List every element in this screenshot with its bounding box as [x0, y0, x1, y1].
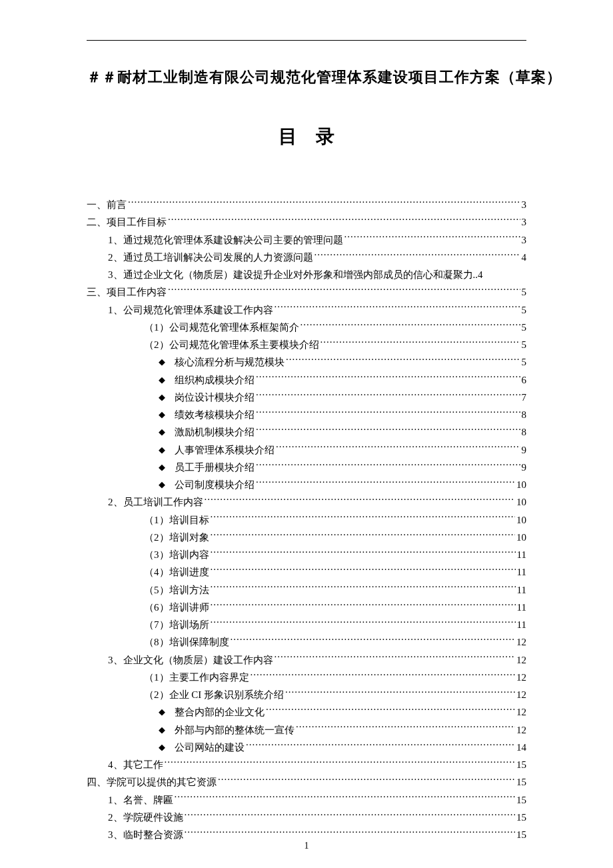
- toc-entry-page: 11: [517, 563, 526, 581]
- toc-leader: [185, 828, 516, 838]
- toc-leader: [275, 303, 520, 313]
- toc-entry: 公司网站的建设14: [87, 739, 526, 756]
- toc-entry: 人事管理体系模块介绍9: [87, 441, 526, 459]
- toc-entry: 二、项目工作目标3: [87, 213, 526, 231]
- toc-entry-label: 1、公司规范化管理体系建设工作内容: [108, 301, 273, 319]
- toc-entry-label: （1）主要工作内容界定: [144, 669, 249, 686]
- toc-leader: [344, 233, 520, 243]
- toc-entry-label: 2、学院硬件设施: [108, 809, 183, 826]
- toc-entry-page: 5: [522, 301, 527, 319]
- toc-entry: （5）培训方法11: [87, 581, 526, 599]
- toc-leader: [185, 811, 516, 821]
- toc-entry-label: 公司网站的建设: [171, 739, 245, 756]
- toc-entry-label: （3）培训内容: [144, 546, 209, 563]
- toc-leader: [211, 548, 516, 558]
- toc-leader: [211, 601, 516, 611]
- toc-leader: [211, 583, 516, 593]
- toc-entry-label: 1、通过规范化管理体系建设解决公司主要的管理问题: [108, 231, 343, 249]
- diamond-bullet-icon: [159, 460, 171, 475]
- toc-entry: 员工手册模块介绍9: [87, 459, 526, 476]
- toc-leader: [320, 338, 520, 348]
- toc-entry-label: （4）培训进度: [144, 563, 209, 581]
- toc-entry-label: （2）企业 CI 形象识别系统介绍: [144, 686, 284, 703]
- toc-entry-page: 15: [516, 809, 526, 826]
- toc-entry-label: （8）培训保障制度: [144, 633, 229, 651]
- toc-entry-page: 8: [522, 406, 527, 423]
- toc-entry-label: 绩效考核模块介绍: [171, 406, 255, 423]
- toc-entry: 四、学院可以提供的其它资源15: [87, 773, 526, 791]
- doc-title: ＃＃耐材工业制造有限公司规范化管理体系建设项目工作方案（草案）: [87, 67, 526, 87]
- toc-entry-label: 二、项目工作目标: [87, 213, 167, 231]
- toc-leader: [211, 531, 516, 541]
- toc-entry-label: 激励机制模块介绍: [171, 423, 255, 441]
- toc-entry-label: （7）培训场所: [144, 616, 209, 633]
- toc-entry-page: 15: [516, 791, 526, 809]
- diamond-bullet-icon: [159, 477, 171, 493]
- toc-leader: [128, 198, 520, 208]
- toc-entry: 核心流程分析与规范模块5: [87, 353, 526, 371]
- toc-entry-page: 10: [516, 493, 526, 511]
- toc-entry-page: 5: [522, 283, 527, 301]
- toc-entry-label: 组织构成模块介绍: [171, 371, 255, 389]
- toc-entry-label: 3、通过企业文化（物质层）建设提升企业对外形象和增强内部成员的信心和凝聚力: [108, 266, 473, 283]
- toc-leader: [231, 635, 516, 645]
- toc-entry: 2、通过员工培训解决公司发展的人力资源问题4: [87, 249, 526, 266]
- toc-leader: [314, 251, 520, 261]
- toc-entry: 2、员工培训工作内容10: [87, 493, 526, 511]
- toc-entry-label: 岗位设计模块介绍: [171, 389, 255, 406]
- toc-entry-page: 12: [516, 686, 526, 703]
- toc-entry-page: 10: [516, 529, 526, 546]
- toc-entry: 外部与内部的整体统一宣传12: [87, 721, 526, 739]
- toc-entry-label: 1、名誉、牌匾: [108, 791, 173, 809]
- toc-entry-page: 11: [517, 599, 526, 616]
- toc-entry-label: （2）公司规范化管理体系主要模块介绍: [144, 336, 319, 353]
- top-rule: [87, 40, 526, 41]
- toc-leader: [276, 443, 520, 453]
- document-page: ＃＃耐材工业制造有限公司规范化管理体系建设项目工作方案（草案） 目录 一、前言3…: [0, 0, 613, 868]
- toc-leader: [286, 355, 520, 365]
- toc-entry-page: 3: [522, 196, 527, 213]
- toc-entry: 1、名誉、牌匾15: [87, 791, 526, 809]
- toc-entry-label: （6）培训讲师: [144, 599, 209, 616]
- toc-entry-page: 7: [522, 389, 527, 406]
- toc-entry: 公司制度模块介绍10: [87, 476, 526, 493]
- toc-entry-page: 12: [516, 651, 526, 669]
- toc-entry-label: （2）培训对象: [144, 529, 209, 546]
- toc-entry: （2）企业 CI 形象识别系统介绍12: [87, 686, 526, 703]
- toc-leader: [175, 793, 516, 803]
- toc-entry-label: 三、项目工作内容: [87, 283, 167, 301]
- toc-entry: 绩效考核模块介绍8: [87, 406, 526, 423]
- toc-leader: [256, 478, 515, 488]
- toc-entry-page: 6: [522, 371, 527, 389]
- toc-entry: 1、通过规范化管理体系建设解决公司主要的管理问题3: [87, 231, 526, 249]
- toc-entry-label: 公司制度模块介绍: [171, 476, 255, 493]
- toc-leader: [296, 723, 515, 733]
- toc-entry-label: 4、其它工作: [108, 756, 163, 773]
- toc-entry-page: 4: [522, 249, 527, 266]
- toc-entry-page: 5: [522, 336, 527, 353]
- toc-entry-page: 12: [516, 703, 526, 721]
- toc-entry: 激励机制模块介绍8: [87, 423, 526, 441]
- toc-entry-page: 8: [522, 423, 527, 441]
- toc-leader: [285, 688, 515, 698]
- diamond-bullet-icon: [159, 705, 171, 720]
- toc-entry-label: （1）公司规范化管理体系框架简介: [144, 319, 299, 336]
- toc-entry: 2、学院硬件设施15: [87, 809, 526, 826]
- toc-leader: [168, 215, 520, 225]
- toc-entry: （4）培训进度11: [87, 563, 526, 581]
- diamond-bullet-icon: [159, 407, 171, 423]
- toc-entry: （2）培训对象10: [87, 529, 526, 546]
- toc-entry-label: 外部与内部的整体统一宣传: [171, 721, 295, 739]
- toc-entry: 组织构成模块介绍6: [87, 371, 526, 389]
- toc-entry: （3）培训内容11: [87, 546, 526, 563]
- toc-leader: [211, 565, 516, 575]
- toc-entry: （1）公司规范化管理体系框架简介5: [87, 319, 526, 336]
- toc-entry-label: 一、前言: [87, 196, 127, 213]
- toc-entry-page: 5: [522, 319, 527, 336]
- diamond-bullet-icon: [159, 390, 171, 405]
- diamond-bullet-icon: [159, 355, 171, 370]
- toc-entry: （2）公司规范化管理体系主要模块介绍5: [87, 336, 526, 353]
- toc-entry-label: 整合内部的企业文化: [171, 703, 265, 721]
- toc-entry: 3、企业文化（物质层）建设工作内容12: [87, 651, 526, 669]
- toc-entry: 一、前言3: [87, 196, 526, 213]
